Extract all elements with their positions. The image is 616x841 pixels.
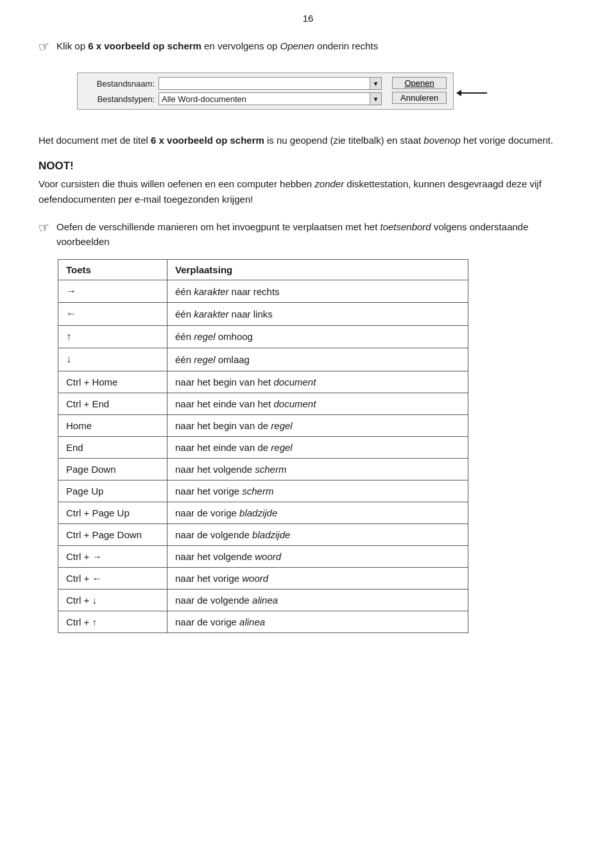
key-cell: Ctrl + End bbox=[58, 393, 167, 414]
table-row: Ctrl + Home naar het begin van het docum… bbox=[58, 371, 468, 393]
table-row: Ctrl + End naar het einde van het docume… bbox=[58, 393, 468, 414]
instruction-text-1: Klik op 6 x voorbeeld op scherm en vervo… bbox=[56, 39, 378, 54]
desc-cell: naar het einde van het document bbox=[167, 393, 468, 414]
table-row: Ctrl + ← naar het vorige woord bbox=[58, 567, 468, 589]
instruction-block-1: ☞ Klik op 6 x voorbeeld op scherm en ver… bbox=[38, 39, 578, 55]
input-bestandstypen-wrapper: Alle Word-documenten ▼ bbox=[158, 92, 382, 105]
noot-text: Voor cursisten die thuis willen oefenen … bbox=[38, 176, 578, 207]
arrow-left-sym: ← bbox=[66, 308, 76, 319]
noot-block: NOOT! Voor cursisten die thuis willen oe… bbox=[38, 160, 578, 207]
key-cell: ↑ bbox=[58, 325, 167, 348]
input-bestandsnaam bbox=[158, 77, 370, 90]
noot-title: NOOT! bbox=[38, 160, 578, 173]
table-row: Ctrl + → naar het volgende woord bbox=[58, 545, 468, 567]
table-section: Toets Verplaatsing → één karakter naar r… bbox=[58, 259, 578, 633]
instruction-text-2: Oefen de verschillende manieren om het i… bbox=[56, 220, 578, 249]
key-cell: ↓ bbox=[58, 348, 167, 371]
key-cell: End bbox=[58, 436, 167, 458]
desc-cell: naar het begin van het document bbox=[167, 371, 468, 393]
key-cell: Ctrl + ↓ bbox=[58, 589, 167, 611]
dialog-screenshot: Bestandsnaam: ▼ Bestandstypen: Alle Word… bbox=[77, 72, 454, 110]
desc-cell: naar het volgende scherm bbox=[167, 458, 468, 480]
btn-annuleren[interactable]: Annuleren bbox=[392, 92, 447, 104]
table-row: Page Down naar het volgende scherm bbox=[58, 458, 468, 480]
desc-cell: naar de vorige alinea bbox=[167, 611, 468, 633]
key-cell-page-down: Page Down bbox=[58, 458, 167, 480]
italic-zonder: zonder bbox=[314, 178, 344, 189]
key-cell: Ctrl + ↑ bbox=[58, 611, 167, 633]
desc-cell: naar de volgende alinea bbox=[167, 589, 468, 611]
desc-cell: naar de vorige bladzijde bbox=[167, 502, 468, 523]
col-header-toets: Toets bbox=[58, 260, 167, 280]
italic-toetsenbord: toetsenbord bbox=[380, 221, 431, 232]
hand-icon-2: ☞ bbox=[37, 219, 51, 237]
key-cell: Page Up bbox=[58, 480, 167, 502]
key-cell: Ctrl + ← bbox=[58, 567, 167, 589]
arrow-indicator bbox=[461, 92, 487, 94]
table-row: ← één karakter naar links bbox=[58, 303, 468, 325]
input-bestandsnaam-wrapper: ▼ bbox=[158, 77, 382, 90]
table-row: Home naar het begin van de regel bbox=[58, 414, 468, 436]
key-cell: Home bbox=[58, 414, 167, 436]
desc-cell: naar het volgende woord bbox=[167, 545, 468, 567]
table-row: Page Up naar het vorige scherm bbox=[58, 480, 468, 502]
key-cell: Ctrl + Page Up bbox=[58, 502, 167, 523]
paragraph-1: Het document met de titel 6 x voorbeeld … bbox=[38, 133, 578, 148]
label-bestandsnaam: Bestandsnaam: bbox=[84, 79, 155, 89]
label-bestandstypen: Bestandstypen: bbox=[84, 94, 155, 104]
table-row: End naar het einde van de regel bbox=[58, 436, 468, 458]
italic-openen: Openen bbox=[280, 40, 314, 51]
arrow-line bbox=[461, 92, 487, 94]
keyboard-table: Toets Verplaatsing → één karakter naar r… bbox=[58, 259, 468, 633]
dropdown-arrow-bestandsnaam: ▼ bbox=[370, 77, 382, 90]
desc-cell: één regel omhoog bbox=[167, 325, 468, 348]
table-header-row: Toets Verplaatsing bbox=[58, 260, 468, 280]
dialog-row-bestandstypen: Bestandstypen: Alle Word-documenten ▼ bbox=[84, 92, 382, 105]
btn-openen[interactable]: Openen bbox=[392, 77, 447, 89]
dialog-row-bestandsnaam: Bestandsnaam: ▼ bbox=[84, 77, 382, 90]
table-row: Ctrl + ↓ naar de volgende alinea bbox=[58, 589, 468, 611]
arrow-right-sym: → bbox=[66, 285, 76, 296]
table-row: Ctrl + ↑ naar de vorige alinea bbox=[58, 611, 468, 633]
arrow-down-sym: ↓ bbox=[66, 353, 71, 364]
desc-cell: naar het vorige scherm bbox=[167, 480, 468, 502]
key-cell: Ctrl + Page Down bbox=[58, 523, 167, 545]
dialog-buttons: Openen Annuleren bbox=[392, 77, 447, 104]
desc-cell: naar de volgende bladzijde bbox=[167, 523, 468, 545]
arrow-up-sym: ↑ bbox=[66, 331, 71, 342]
key-cell: Ctrl + Home bbox=[58, 371, 167, 393]
desc-cell: één karakter naar rechts bbox=[167, 280, 468, 303]
desc-cell: één regel omlaag bbox=[167, 348, 468, 371]
bold-voorbeeld: 6 x voorbeeld op scherm bbox=[88, 40, 201, 51]
table-row: Ctrl + Page Up naar de vorige bladzijde bbox=[58, 502, 468, 523]
hand-icon-1: ☞ bbox=[37, 38, 51, 56]
table-row: → één karakter naar rechts bbox=[58, 280, 468, 303]
col-header-verplaatsing: Verplaatsing bbox=[167, 260, 468, 280]
table-row: Ctrl + Page Down naar de volgende bladzi… bbox=[58, 523, 468, 545]
arrowhead bbox=[456, 90, 461, 96]
desc-cell: één karakter naar links bbox=[167, 303, 468, 325]
bold-title: 6 x voorbeeld op scherm bbox=[151, 135, 264, 146]
dropdown-arrow-bestandstypen: ▼ bbox=[370, 92, 382, 105]
italic-bovenop: bovenop bbox=[424, 135, 461, 146]
key-cell: → bbox=[58, 280, 167, 303]
instruction-block-2: ☞ Oefen de verschillende manieren om het… bbox=[38, 220, 578, 249]
desc-cell: naar het vorige woord bbox=[167, 567, 468, 589]
dialog-fields: Bestandsnaam: ▼ Bestandstypen: Alle Word… bbox=[84, 77, 382, 105]
desc-cell: naar het begin van de regel bbox=[167, 414, 468, 436]
page-number: 16 bbox=[38, 13, 578, 24]
table-row: ↓ één regel omlaag bbox=[58, 348, 468, 371]
table-row: ↑ één regel omhoog bbox=[58, 325, 468, 348]
key-cell: ← bbox=[58, 303, 167, 325]
input-bestandstypen: Alle Word-documenten bbox=[158, 92, 370, 105]
key-cell: Ctrl + → bbox=[58, 545, 167, 567]
desc-cell: naar het einde van de regel bbox=[167, 436, 468, 458]
